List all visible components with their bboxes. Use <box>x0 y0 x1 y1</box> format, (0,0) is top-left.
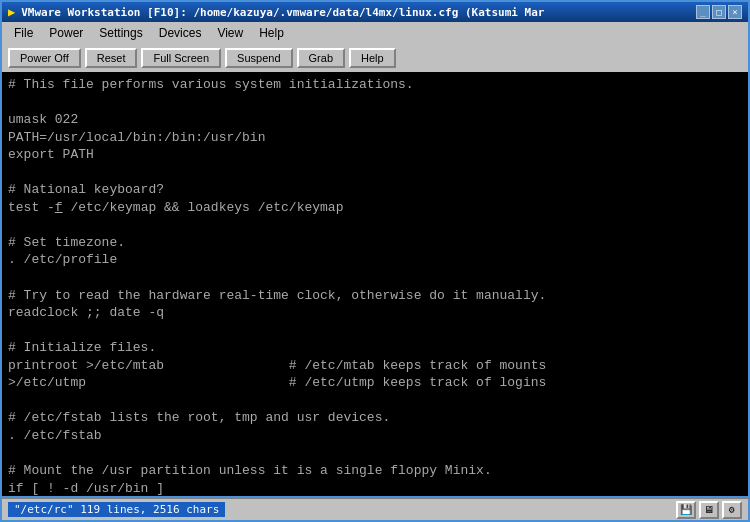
network-icon[interactable]: 🖥 <box>699 501 719 519</box>
menu-help[interactable]: Help <box>251 24 292 42</box>
grab-button[interactable]: Grab <box>297 48 345 68</box>
reset-button[interactable]: Reset <box>85 48 138 68</box>
full-screen-button[interactable]: Full Screen <box>141 48 221 68</box>
status-icons: 💾 🖥 ⚙ <box>676 501 742 519</box>
suspend-button[interactable]: Suspend <box>225 48 292 68</box>
window-title: VMware Workstation [F10]: /home/kazuya/.… <box>21 6 690 19</box>
floppy-icon[interactable]: 💾 <box>676 501 696 519</box>
power-off-button[interactable]: Power Off <box>8 48 81 68</box>
file-info: "/etc/rc" 119 lines, 2516 chars <box>8 502 225 517</box>
close-button[interactable]: × <box>728 5 742 19</box>
settings-icon[interactable]: ⚙ <box>722 501 742 519</box>
toolbar: Power Off Reset Full Screen Suspend Grab… <box>0 44 750 72</box>
menu-file[interactable]: File <box>6 24 41 42</box>
vm-icon: ▶ <box>8 5 15 19</box>
menu-power[interactable]: Power <box>41 24 91 42</box>
status-bar: "/etc/rc" 119 lines, 2516 chars 💾 🖥 ⚙ <box>0 498 750 522</box>
menu-settings[interactable]: Settings <box>91 24 150 42</box>
menu-devices[interactable]: Devices <box>151 24 210 42</box>
minimize-button[interactable]: _ <box>696 5 710 19</box>
menu-bar: File Power Settings Devices View Help <box>0 22 750 44</box>
help-button[interactable]: Help <box>349 48 396 68</box>
menu-view[interactable]: View <box>209 24 251 42</box>
terminal-content: # This file performs various system init… <box>2 72 748 498</box>
vm-display-area[interactable]: # This file performs various system init… <box>0 72 750 498</box>
title-bar: ▶ VMware Workstation [F10]: /home/kazuya… <box>0 0 750 22</box>
window-controls: _ □ × <box>696 5 742 19</box>
maximize-button[interactable]: □ <box>712 5 726 19</box>
